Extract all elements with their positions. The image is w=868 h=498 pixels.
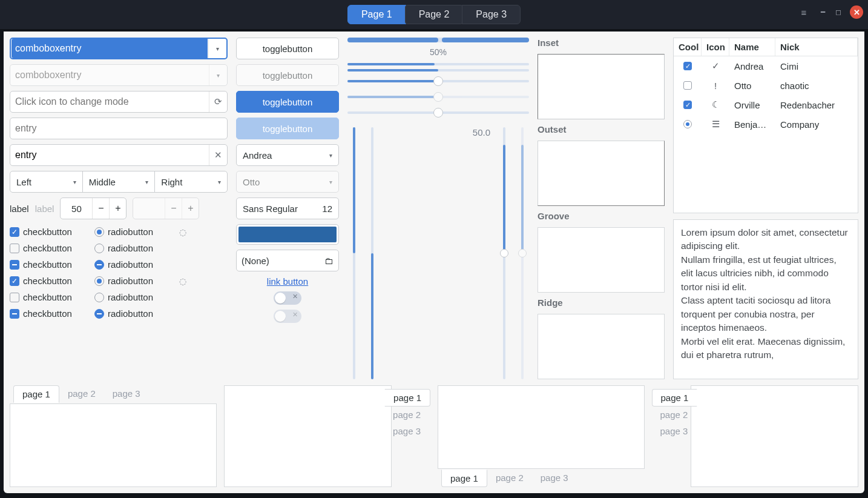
vscale-3[interactable]: [500, 127, 508, 379]
treeview-row[interactable]: ✓✓AndreaCimi: [674, 56, 858, 76]
radiobutton-mixed[interactable]: radiobutton: [94, 259, 179, 270]
frame-outset: [538, 141, 665, 206]
hscale-3[interactable]: [347, 107, 529, 119]
treeview-row[interactable]: ☰Benja…Company: [674, 115, 858, 134]
notebooks-row: page 1 page 2 page 3 page 1 page 2 page …: [10, 385, 858, 487]
togglebutton-normal[interactable]: togglebutton: [236, 38, 339, 59]
spinner-icon-disabled: ◌: [179, 276, 197, 286]
notebook-tab[interactable]: page 3: [104, 385, 149, 403]
position-left[interactable]: Left▾: [10, 171, 83, 193]
col-header-nick[interactable]: Nick: [775, 38, 858, 56]
hamburger-menu-icon[interactable]: ≡: [797, 5, 811, 19]
widget-grid: ▾ ▾ ⟳ ✕ Left▾ Middle▾ Right▾: [10, 38, 858, 379]
spinbutton-2: − +: [133, 198, 199, 219]
radiobutton-off[interactable]: radiobutton: [94, 243, 179, 253]
frame-label-ridge: Ridge: [538, 297, 665, 308]
checkbutton-checked-disabled: ✓checkbutton: [10, 276, 94, 286]
color-button[interactable]: [236, 224, 339, 245]
treeview-header: Cool Icon Name Nick: [674, 38, 858, 56]
treeview[interactable]: Cool Icon Name Nick ✓✓AndreaCimi!Ottocha…: [673, 38, 858, 213]
radiobutton-on-disabled: radiobutton: [94, 276, 179, 286]
column-entries: ▾ ▾ ⟳ ✕ Left▾ Middle▾ Right▾: [10, 38, 228, 379]
label-active: label: [10, 204, 29, 214]
entry-clearable-input[interactable]: [10, 145, 209, 165]
row-icon: !: [702, 81, 729, 91]
notebook-pane: [10, 403, 217, 487]
dropdown-andrea[interactable]: Andrea▾: [236, 144, 339, 166]
combobox-entry-focused[interactable]: ▾: [10, 38, 228, 59]
header-tab-page1[interactable]: Page 1: [347, 5, 406, 24]
notebook-tab[interactable]: page 1: [13, 385, 59, 403]
notebook-tab[interactable]: page 1: [384, 389, 430, 407]
hscale-disabled: [347, 91, 529, 103]
notebook-tab[interactable]: page 2: [59, 385, 104, 403]
notebook-tab[interactable]: page 2: [487, 470, 532, 487]
entry-plain[interactable]: [10, 118, 228, 139]
check-icon[interactable]: [683, 81, 692, 90]
entry-plain-input[interactable]: [10, 118, 227, 139]
vscale-4-disabled: [518, 127, 527, 379]
notebook-tab[interactable]: page 1: [441, 470, 487, 487]
radiobutton-mixed-disabled: radiobutton: [94, 308, 179, 319]
row-icon: ☰: [702, 119, 729, 130]
position-right[interactable]: Right▾: [154, 171, 228, 193]
notebook-tab[interactable]: page 2: [652, 407, 698, 423]
dropdown-icon[interactable]: ▾: [208, 39, 226, 58]
refresh-icon[interactable]: ⟳: [209, 91, 227, 112]
notebook-tab[interactable]: page 3: [652, 423, 698, 439]
switch-off[interactable]: [274, 291, 301, 305]
close-button[interactable]: ✕: [850, 5, 863, 19]
mode-entry[interactable]: ⟳: [10, 91, 228, 113]
file-chooser-button[interactable]: (None)🗀: [236, 250, 339, 271]
combobox-entry-focused-input[interactable]: [12, 39, 208, 58]
notebook-bottom: page 1 page 2 page 3: [438, 385, 645, 487]
notebook-tab[interactable]: page 3: [532, 470, 577, 487]
notebook-tab[interactable]: page 3: [384, 423, 430, 439]
notebook-tab[interactable]: page 1: [652, 389, 698, 407]
position-middle[interactable]: Middle▾: [82, 171, 156, 193]
togglebutton-active-disabled: togglebutton: [236, 118, 339, 139]
link-button[interactable]: link button: [236, 276, 339, 287]
radiobutton-on[interactable]: radiobutton: [94, 227, 179, 237]
mode-entry-input[interactable]: [10, 91, 209, 112]
cell-nick: Company: [775, 119, 858, 130]
notebook-tab[interactable]: page 2: [384, 407, 430, 423]
maximize-button[interactable]: ◻: [834, 8, 843, 16]
check-icon[interactable]: ✓: [683, 101, 692, 109]
checkbutton-unchecked[interactable]: checkbutton: [10, 243, 94, 253]
header-tab-page3[interactable]: Page 3: [462, 5, 521, 24]
col-header-cool[interactable]: Cool: [674, 38, 702, 56]
radiobutton-off-disabled: radiobutton: [94, 292, 179, 302]
checkbutton-checked[interactable]: ✓checkbutton: [10, 227, 94, 237]
textview[interactable]: Lorem ipsum dolor sit amet, consectetur …: [673, 219, 858, 379]
cell-nick: chaotic: [775, 81, 858, 91]
cell-name: Orville: [729, 100, 775, 110]
header-tab-page2[interactable]: Page 2: [405, 5, 464, 24]
spinbutton-1-value[interactable]: 50: [61, 198, 92, 219]
col-header-name[interactable]: Name: [729, 38, 775, 56]
togglebutton-active[interactable]: togglebutton: [236, 91, 339, 113]
clear-icon[interactable]: ✕: [209, 145, 227, 165]
vscales: 50.0: [347, 122, 529, 379]
spin-minus-icon[interactable]: −: [92, 198, 109, 219]
vscale-1[interactable]: [350, 127, 358, 379]
spin-plus-icon[interactable]: +: [109, 198, 126, 219]
color-swatch: [238, 227, 337, 242]
check-icon[interactable]: ✓: [683, 62, 692, 70]
font-button[interactable]: Sans Regular12: [236, 198, 339, 219]
radio-icon[interactable]: [683, 120, 692, 128]
vscale-2[interactable]: [368, 127, 376, 379]
frame-label-groove: Groove: [538, 211, 665, 221]
treeview-row[interactable]: ✓☾OrvilleRedenbacher: [674, 95, 858, 115]
progressbar-1: [347, 38, 529, 42]
textview-content: Lorem ipsum dolor sit amet, consectetur …: [681, 226, 850, 362]
combobox-entry-disabled-input: [10, 65, 209, 85]
minimize-button[interactable]: ━: [818, 8, 827, 16]
spinbutton-1[interactable]: 50 − +: [60, 198, 127, 219]
col-header-icon[interactable]: Icon: [702, 38, 729, 56]
treeview-row[interactable]: !Ottochaotic: [674, 76, 858, 95]
entry-clearable[interactable]: ✕: [10, 144, 228, 166]
stack-switcher: Page 1 Page 2 Page 3: [348, 5, 520, 24]
checkbutton-mixed[interactable]: checkbutton: [10, 259, 94, 270]
hscale-1[interactable]: [347, 75, 529, 87]
